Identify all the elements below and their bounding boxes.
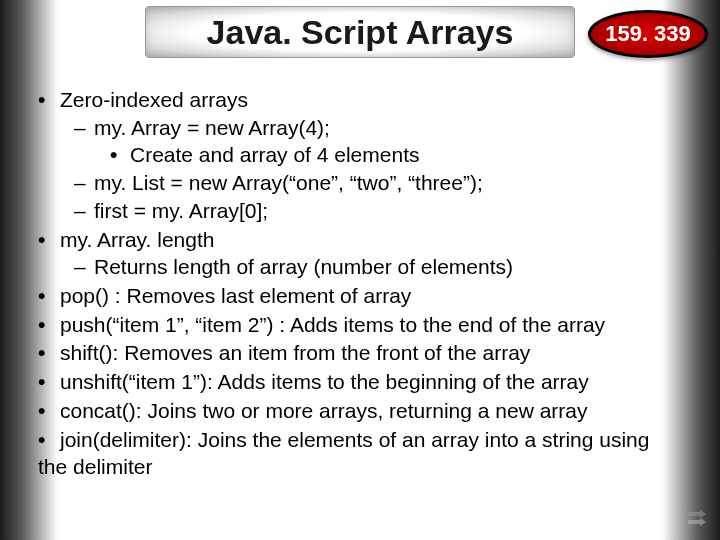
bullet-text: push(“item 1”, “item 2”) : Adds items to… — [60, 313, 605, 336]
list-item: Create and array of 4 elements — [110, 141, 682, 169]
bullet-text: Returns length of array (number of eleme… — [94, 255, 513, 278]
list-item: Returns length of array (number of eleme… — [74, 253, 682, 281]
bullet-text: concat(): Joins two or more arrays, retu… — [60, 399, 588, 422]
bullet-text: pop() : Removes last element of array — [60, 284, 411, 307]
bullet-text: shift(): Removes an item from the front … — [60, 341, 530, 364]
next-slide-icon[interactable] — [686, 510, 706, 526]
bullet-text: first = my. Array[0]; — [94, 199, 268, 222]
bullet-text: my. List = new Array(“one”, “two”, “thre… — [94, 171, 483, 194]
slide-title: Java. Script Arrays — [207, 13, 514, 52]
list-item: unshift(“item 1”): Adds items to the beg… — [38, 368, 682, 396]
list-item: Zero-indexed arrays my. Array = new Arra… — [38, 86, 682, 225]
slide-content: Zero-indexed arrays my. Array = new Arra… — [0, 72, 720, 481]
bullet-text: join(delimiter): Joins the elements of a… — [38, 428, 649, 479]
list-item: push(“item 1”, “item 2”) : Adds items to… — [38, 311, 682, 339]
title-banner: Java. Script Arrays — [145, 6, 575, 58]
bullet-text: my. Array = new Array(4); — [94, 116, 330, 139]
list-item: my. List = new Array(“one”, “two”, “thre… — [74, 169, 682, 197]
list-item: first = my. Array[0]; — [74, 197, 682, 225]
svg-marker-1 — [688, 518, 706, 526]
bullet-text: my. Array. length — [60, 228, 214, 251]
list-item: concat(): Joins two or more arrays, retu… — [38, 397, 682, 425]
list-item: pop() : Removes last element of array — [38, 282, 682, 310]
badge-text: 159. 339 — [605, 21, 691, 47]
slide: Java. Script Arrays 159. 339 Zero-indexe… — [0, 0, 720, 540]
list-item: join(delimiter): Joins the elements of a… — [38, 426, 682, 481]
bullet-text: unshift(“item 1”): Adds items to the beg… — [60, 370, 589, 393]
bullet-list: Zero-indexed arrays my. Array = new Arra… — [38, 86, 682, 481]
list-item: shift(): Removes an item from the front … — [38, 339, 682, 367]
list-item: my. Array = new Array(4); Create and arr… — [74, 114, 682, 169]
slide-header: Java. Script Arrays 159. 339 — [0, 0, 720, 72]
bullet-text: Zero-indexed arrays — [60, 88, 248, 111]
course-badge: 159. 339 — [588, 10, 708, 58]
list-item: my. Array. length Returns length of arra… — [38, 226, 682, 281]
bullet-text: Create and array of 4 elements — [130, 143, 420, 166]
svg-marker-0 — [688, 510, 706, 518]
